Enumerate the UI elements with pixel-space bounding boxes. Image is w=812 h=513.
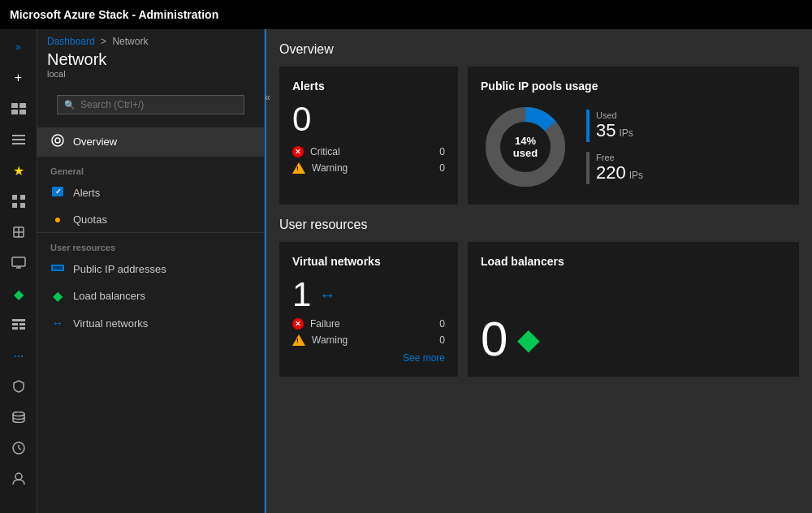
used-value: 35 — [596, 120, 615, 141]
svg-point-28 — [55, 138, 60, 143]
sidebar-item-overview-label: Overview — [73, 136, 117, 148]
free-bar — [586, 152, 590, 184]
public-ips-icon — [50, 262, 65, 275]
critical-count: 0 — [439, 146, 445, 157]
rail-icon-user[interactable] — [4, 464, 33, 494]
virtual-networks-card-title: Virtual networks — [292, 255, 445, 268]
used-unit: IPs — [619, 127, 633, 139]
rail-icon-plus[interactable]: + — [4, 63, 33, 93]
overview-title: Overview — [279, 42, 799, 57]
vnet-failure-label: Failure — [310, 318, 340, 330]
warning-label: Warning — [312, 162, 348, 174]
alerts-card: Alerts 0 ✕ Critical 0 Warning 0 — [279, 67, 458, 205]
used-label: Used — [596, 110, 633, 120]
title-bar: Microsoft Azure Stack - Administration — [0, 0, 812, 29]
svg-rect-9 — [12, 203, 17, 208]
svg-rect-21 — [19, 327, 25, 330]
load-balancers-icon: ◆ — [50, 288, 65, 304]
rail-icon-clock[interactable] — [4, 433, 33, 463]
user-resources-cards-row: Virtual networks 1 ↔ ✕ Failure 0 Warning… — [279, 242, 799, 377]
search-bar[interactable]: 🔍 — [57, 95, 244, 114]
warning-count: 0 — [439, 162, 445, 174]
svg-rect-3 — [19, 110, 26, 114]
svg-rect-5 — [12, 139, 25, 140]
svg-rect-18 — [12, 323, 18, 325]
svg-rect-20 — [12, 327, 18, 330]
used-bar — [586, 110, 590, 142]
alerts-card-title: Alerts — [292, 80, 445, 93]
search-input[interactable] — [80, 99, 237, 110]
svg-point-27 — [52, 135, 63, 146]
sidebar-item-virtual-networks[interactable]: ↔ Virtual networks — [37, 310, 264, 336]
overview-icon — [50, 134, 65, 149]
breadcrumb-current: Network — [112, 36, 148, 47]
rail-icon-diamond[interactable]: ◆ — [4, 279, 33, 308]
ip-pools-title: Public IP pools usage — [481, 80, 786, 93]
rail-icon-box[interactable] — [4, 218, 33, 247]
see-more-button[interactable]: See more — [292, 352, 445, 364]
rail-icon-table[interactable] — [4, 310, 33, 339]
sidebar-item-overview[interactable]: Overview — [37, 127, 264, 156]
load-balancers-card: Load balancers 0 ◆ — [468, 242, 799, 377]
sidebar-item-alerts-label: Alerts — [73, 187, 100, 199]
vnet-warning-count: 0 — [439, 334, 445, 346]
sidebar-item-alerts[interactable]: ✓ Alerts — [37, 179, 264, 206]
user-resources-title: User resources — [279, 218, 799, 232]
svg-rect-32 — [53, 266, 63, 269]
sidebar-item-quotas[interactable]: ● Quotas — [37, 206, 264, 232]
overview-cards-row: Alerts 0 ✕ Critical 0 Warning 0 Public I… — [279, 67, 799, 205]
vnet-warning-icon — [292, 334, 305, 346]
critical-icon: ✕ — [292, 146, 304, 157]
vnet-failure-icon: ✕ — [292, 318, 304, 330]
sidebar-item-public-ips-label: Public IP addresses — [73, 263, 166, 275]
expand-button[interactable]: » — [4, 32, 33, 62]
sidebar-item-quotas-label: Quotas — [73, 213, 107, 226]
svg-rect-14 — [12, 257, 25, 266]
critical-row: ✕ Critical 0 — [292, 146, 445, 157]
load-balancers-count: 0 — [481, 315, 508, 364]
sidebar: Dashboard > Network Network local 🔍 « — [37, 29, 265, 513]
ip-pools-card: Public IP pools usage 14% — [468, 67, 799, 205]
svg-point-22 — [13, 412, 24, 416]
free-label: Free — [596, 153, 643, 162]
alerts-count: 0 — [292, 102, 445, 136]
warning-icon — [292, 162, 305, 174]
rail-icon-monitor[interactable] — [4, 248, 33, 278]
virtual-networks-count: 1 ↔ — [292, 278, 445, 312]
sidebar-item-load-balancers[interactable]: ◆ Load balancers — [37, 282, 264, 310]
rail-icon-star[interactable]: ★ — [4, 156, 33, 185]
sidebar-item-virtual-networks-label: Virtual networks — [73, 317, 148, 330]
sidebar-item-public-ips[interactable]: Public IP addresses — [37, 256, 264, 282]
vnet-failure-count: 0 — [439, 318, 445, 330]
svg-point-26 — [15, 473, 22, 480]
breadcrumb-parent[interactable]: Dashboard — [47, 36, 95, 47]
rail-icon-dashboard[interactable] — [4, 94, 33, 123]
main-content: Overview Alerts 0 ✕ Critical 0 Warning 0 — [265, 29, 812, 513]
svg-rect-17 — [12, 319, 25, 321]
rail-icon-apps[interactable] — [4, 187, 33, 216]
icon-rail: » + ★ — [0, 29, 37, 513]
title-bar-text: Microsoft Azure Stack - Administration — [10, 8, 218, 21]
donut-label: 14% used — [503, 135, 548, 159]
page-subtitle: local — [47, 69, 254, 79]
virtual-networks-icon: ↔ — [50, 317, 65, 330]
rail-icon-shield[interactable] — [4, 372, 33, 401]
critical-label: Critical — [310, 146, 340, 157]
vnet-warning-row: Warning 0 — [292, 334, 445, 346]
rail-icon-list[interactable] — [4, 125, 33, 154]
lb-icon: ◆ — [517, 322, 540, 356]
vnet-warning-label: Warning — [312, 334, 348, 346]
sidebar-item-load-balancers-label: Load balancers — [73, 290, 145, 302]
svg-rect-2 — [11, 110, 18, 114]
svg-line-25 — [19, 448, 21, 450]
nav-section-user-resources: User resources — [37, 232, 264, 256]
alerts-icon: ✓ — [50, 186, 65, 200]
nav-area: Overview General ✓ Alerts ● Quotas User … — [37, 127, 264, 513]
collapse-sidebar-button[interactable]: « — [265, 92, 270, 103]
rail-icon-storage[interactable] — [4, 403, 33, 432]
svg-rect-6 — [12, 143, 25, 144]
sidebar-header: Dashboard > Network Network local — [37, 29, 264, 82]
rail-icon-dots[interactable]: ··· — [4, 341, 33, 370]
virtual-networks-card: Virtual networks 1 ↔ ✕ Failure 0 Warning… — [279, 242, 458, 377]
load-balancers-card-title: Load balancers — [481, 255, 786, 268]
